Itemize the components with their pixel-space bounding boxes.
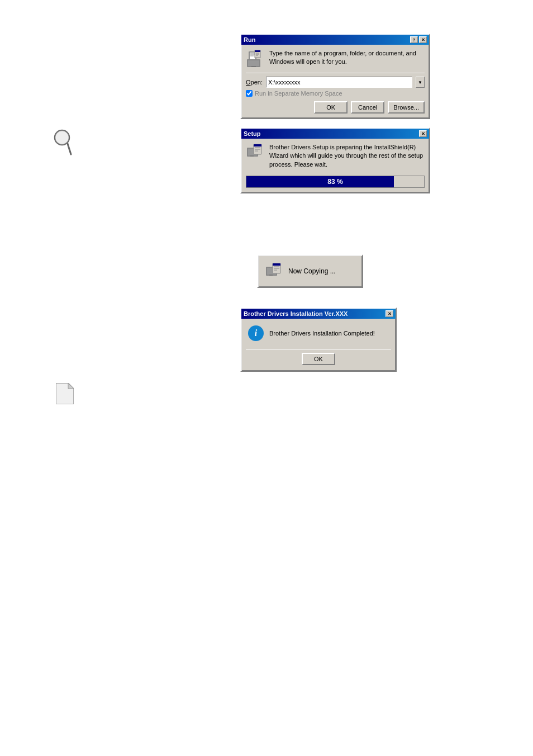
run-content: Type the name of a program, folder, or d… [241,45,429,72]
install-complete-dialog: Brother Drivers Installation Ver.XXX ✕ i… [240,308,397,372]
run-buttons-row: OK Cancel Browse... [241,99,429,118]
setup-description: Brother Drivers Setup is preparing the I… [269,143,425,169]
setup-dialog: Setup ✕ Brother Drivers Setup is prepari… [240,127,430,193]
setup-icon [246,143,264,161]
run-open-label: Open: [246,79,263,86]
install-content: i Brother Drivers Installation Completed… [241,319,396,348]
install-ok-button[interactable]: OK [302,353,335,365]
run-separator [246,73,425,73]
install-ok-row: OK [241,351,396,371]
setup-title-left: Setup [244,130,261,137]
run-separator-inner [246,73,425,73]
run-browse-button[interactable]: Browse... [388,101,425,114]
setup-progress-bar [246,176,394,187]
run-icon [246,49,264,67]
setup-content: Brother Drivers Setup is preparing the I… [241,139,429,173]
info-icon: i [248,325,264,341]
svg-point-1 [55,130,69,145]
svg-rect-22 [254,144,261,147]
run-cancel-button[interactable]: Cancel [351,101,384,114]
svg-line-2 [68,144,71,154]
magnifier-icon [53,129,73,159]
install-title-text: Brother Drivers Installation Ver.XXX [244,310,348,317]
setup-close-button[interactable]: ✕ [419,130,427,137]
run-dropdown-button[interactable]: ▼ [416,77,425,88]
install-titlebar: Brother Drivers Installation Ver.XXX ✕ [241,309,396,319]
run-title-text: Run [244,36,255,43]
svg-marker-4 [68,383,74,389]
svg-rect-30 [273,263,280,266]
setup-progress-container: 83 % [246,176,425,188]
run-open-row: Open: ▼ [241,74,429,89]
setup-progress-text: 83 % [327,178,342,186]
run-open-input[interactable] [266,77,412,88]
run-title-left: Run [244,36,255,43]
svg-rect-20 [250,155,254,157]
svg-rect-6 [248,60,259,66]
run-checkbox-row: Run in Separate Memory Space [241,89,429,99]
setup-progress-remaining [394,176,424,187]
copying-text: Now Copying ... [288,267,336,275]
run-close-button[interactable]: ✕ [419,36,427,43]
run-dialog: Run ? ✕ Type th [240,34,430,119]
setup-title-text: Setup [244,130,261,137]
run-help-button[interactable]: ? [410,36,418,43]
svg-rect-14 [255,50,260,52]
run-checkbox-label: Run in Separate Memory Space [255,90,342,97]
copying-icon [265,262,283,280]
setup-titlebar: Setup ✕ [241,129,429,139]
run-titlebar-buttons: ? ✕ [410,36,427,43]
run-titlebar: Run ? ✕ [241,35,429,45]
install-message: Brother Drivers Installation Completed! [269,330,375,337]
run-description: Type the name of a program, folder, or d… [269,49,425,67]
run-separate-memory-checkbox[interactable] [246,90,253,97]
install-close-button[interactable]: ✕ [386,310,393,317]
install-separator [246,349,391,349]
setup-titlebar-buttons: ✕ [419,130,427,137]
copying-dialog: Now Copying ... [257,254,363,288]
svg-rect-7 [251,66,256,67]
install-separator-inner [246,349,391,349]
run-ok-button[interactable]: OK [314,101,348,114]
copying-content: Now Copying ... [258,256,362,287]
paper-icon [56,383,74,407]
svg-rect-28 [269,275,273,276]
